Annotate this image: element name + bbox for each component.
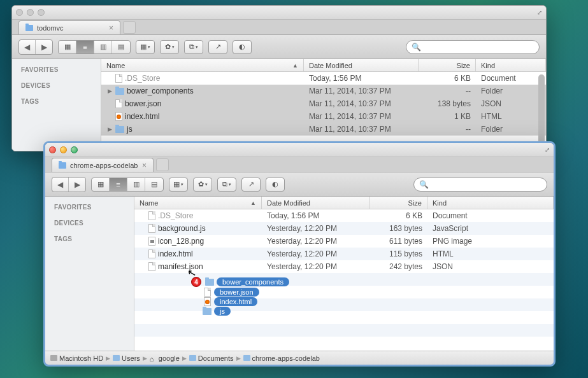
back-button[interactable]: ◀ [19, 40, 36, 54]
coverflow-view-button[interactable]: ▤ [145, 178, 163, 191]
zoom-button[interactable] [38, 9, 45, 16]
tab-chrome-apps[interactable]: chrome-apps-codelab × [52, 158, 154, 172]
document-icon [115, 74, 122, 83]
path-segment[interactable]: chrome-apps-codelab [243, 354, 320, 362]
file-size: -- [419, 87, 476, 95]
file-name: manifest.json [158, 262, 203, 271]
minimize-button[interactable] [27, 9, 34, 16]
zoom-button[interactable] [71, 146, 78, 153]
table-row[interactable]: ▶jsMar 11, 2014, 10:37 PM--Folder [101, 123, 546, 136]
search-input[interactable] [424, 43, 534, 51]
forward-button[interactable]: ▶ [69, 178, 85, 192]
col-kind[interactable]: Kind [476, 59, 546, 71]
sidebar-favorites[interactable]: FAVORITES [12, 64, 101, 75]
view-mode-buttons: ▦ ≡ ▥ ▤ [91, 178, 164, 192]
minimize-button[interactable] [60, 146, 67, 153]
drag-ghost: 4 bower_components bower.json index.html… [191, 277, 289, 316]
icon-view-button[interactable]: ▦ [59, 41, 76, 53]
arrange-button[interactable]: ▦▾ [169, 178, 188, 192]
table-row[interactable]: .DS_StoreToday, 1:56 PM6 KBDocument [134, 209, 554, 222]
table-row[interactable]: ▶bower_componentsMar 11, 2014, 10:37 PM-… [101, 85, 546, 97]
action-button[interactable]: ✿▾ [193, 178, 212, 192]
search-field[interactable]: 🔍 [413, 178, 547, 192]
col-date[interactable]: Date Modified [304, 59, 419, 71]
titlebar[interactable]: ⤢ [12, 6, 546, 20]
new-tab-button[interactable] [123, 21, 136, 34]
dropbox-button[interactable]: ⧉▾ [217, 178, 236, 192]
disclosure-icon[interactable]: ▶ [106, 88, 113, 94]
icon-view-button[interactable]: ▦ [92, 178, 110, 191]
folder-icon [189, 355, 196, 361]
file-date: Yesterday, 12:20 PM [262, 224, 370, 233]
share-button[interactable]: ↗ [241, 178, 261, 192]
list-view-button[interactable]: ≡ [110, 178, 127, 191]
col-kind[interactable]: Kind [427, 197, 554, 209]
file-name: icon_128.png [158, 237, 204, 246]
tab-close-icon[interactable]: × [109, 24, 113, 32]
table-row[interactable]: icon_128.pngYesterday, 12:20 PM611 bytes… [134, 235, 554, 248]
fullscreen-icon[interactable]: ⤢ [545, 146, 550, 153]
path-segment[interactable]: Users [113, 354, 140, 362]
close-button[interactable] [16, 9, 23, 16]
file-date: Today, 1:56 PM [262, 211, 370, 220]
file-name: js [127, 125, 133, 134]
col-date[interactable]: Date Modified [262, 197, 370, 209]
arrange-button[interactable]: ▦▾ [136, 40, 155, 54]
toolbar: ◀ ▶ ▦ ≡ ▥ ▤ ▦▾ ✿▾ ⧉▾ ↗ ◐ 🔍 [45, 172, 554, 197]
path-segment[interactable]: ⌂google [150, 354, 180, 362]
file-date: Yesterday, 12:20 PM [262, 237, 370, 246]
column-view-button[interactable]: ▥ [94, 41, 112, 53]
view-mode-buttons: ▦ ≡ ▥ ▤ [58, 40, 131, 54]
sidebar: FAVORITES DEVICES TAGS [45, 197, 134, 351]
document-icon [204, 288, 211, 297]
col-name[interactable]: Name▲ [101, 59, 304, 71]
file-name: bower.json [125, 99, 161, 108]
file-kind: JSON [427, 262, 554, 271]
file-name: .DS_Store [125, 74, 160, 83]
search-input[interactable] [431, 181, 541, 188]
new-tab-button[interactable] [156, 158, 169, 171]
table-row[interactable]: bower.jsonMar 11, 2014, 10:37 PM138 byte… [101, 97, 546, 110]
sidebar-devices[interactable]: DEVICES [45, 218, 134, 228]
back-button[interactable]: ◀ [52, 178, 69, 192]
col-size[interactable]: Size [370, 197, 427, 209]
table-row[interactable]: index.htmlMar 11, 2014, 10:37 PM1 KBHTML [101, 110, 546, 123]
table-row[interactable]: manifest.jsonYesterday, 12:20 PM242 byte… [134, 260, 554, 273]
table-row[interactable]: index.htmlYesterday, 12:20 PM115 bytesHT… [134, 248, 554, 260]
dropbox-button[interactable]: ⧉▾ [184, 40, 203, 54]
titlebar[interactable]: ⤢ [45, 143, 554, 157]
empty-row [134, 337, 554, 349]
search-field[interactable]: 🔍 [406, 40, 540, 54]
coverflow-view-button[interactable]: ▤ [112, 41, 130, 53]
tab-close-icon[interactable]: × [142, 161, 147, 170]
action-button[interactable]: ✿▾ [160, 40, 179, 54]
list-view-button[interactable]: ≡ [76, 41, 94, 53]
column-view-button[interactable]: ▥ [127, 178, 145, 191]
folder-icon [243, 355, 250, 361]
tags-button[interactable]: ◐ [266, 178, 285, 192]
fullscreen-icon[interactable]: ⤢ [537, 9, 542, 16]
tab-todomvc[interactable]: todomvc × [18, 20, 120, 34]
tags-button[interactable]: ◐ [233, 40, 252, 54]
path-segment[interactable]: Documents [189, 354, 234, 362]
sidebar-tags[interactable]: TAGS [12, 96, 101, 107]
file-list[interactable]: Name▲ Date Modified Size Kind .DS_StoreT… [134, 197, 554, 351]
close-button[interactable] [49, 146, 56, 153]
scrollbar[interactable] [538, 74, 545, 151]
table-row[interactable]: background.jsYesterday, 12:20 PM163 byte… [134, 222, 554, 235]
forward-button[interactable]: ▶ [36, 40, 52, 54]
col-size[interactable]: Size [419, 59, 476, 71]
table-row[interactable]: .DS_StoreToday, 1:56 PM6 KBDocument [101, 72, 546, 85]
sidebar-favorites[interactable]: FAVORITES [45, 202, 134, 213]
folder-icon [115, 126, 124, 133]
file-size: 242 bytes [370, 262, 427, 271]
sidebar-tags[interactable]: TAGS [45, 234, 134, 244]
disclosure-icon[interactable]: ▶ [106, 126, 113, 132]
file-kind: HTML [476, 112, 546, 121]
share-button[interactable]: ↗ [208, 40, 227, 54]
file-date: Yesterday, 12:20 PM [262, 262, 370, 271]
html-icon [115, 112, 122, 121]
sidebar-devices[interactable]: DEVICES [12, 80, 101, 91]
col-name[interactable]: Name▲ [134, 197, 262, 209]
path-segment[interactable]: Macintosh HD [50, 354, 103, 362]
